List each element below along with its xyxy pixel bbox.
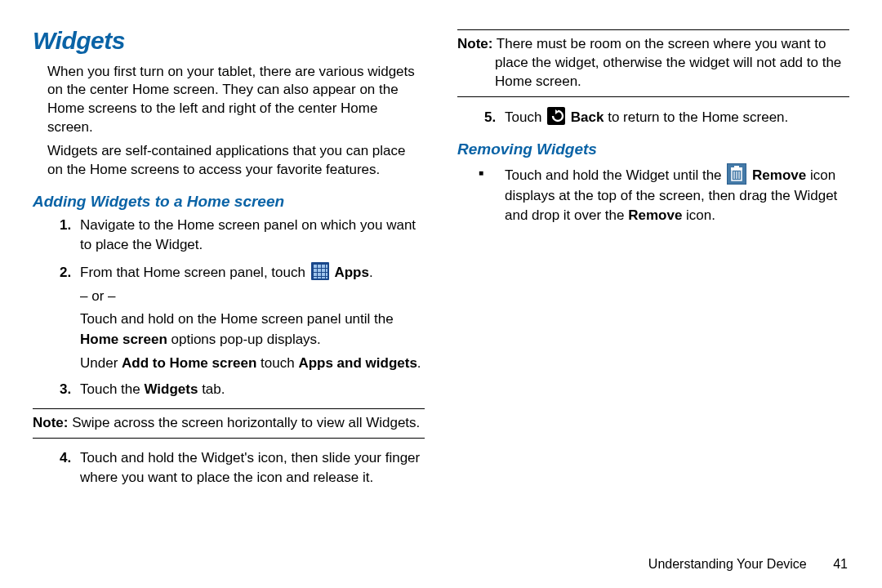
adding-steps-list-5: Touch Back to return to the Home screen. <box>472 107 849 128</box>
heading-widgets: Widgets <box>33 24 425 58</box>
removing-bullet: Touch and hold the Widget until the Remo… <box>500 163 849 226</box>
svg-rect-4 <box>731 167 742 170</box>
remove-label-1: Remove <box>752 167 806 183</box>
note-label: Note: <box>33 415 68 430</box>
step-2-alt: Touch and hold on the Home screen panel … <box>80 310 425 350</box>
add-to-home-bold: Add to Home screen <box>122 355 256 371</box>
back-icon <box>547 107 565 125</box>
note-swipe-text: Swipe across the screen horizontally to … <box>68 415 420 430</box>
step-2-under-b: touch <box>256 355 298 371</box>
note-label-2: Note: <box>457 36 492 51</box>
footer-page-number: 41 <box>833 557 848 571</box>
step-2-under-a: Under <box>80 355 122 371</box>
widgets-tab-bold: Widgets <box>144 381 198 397</box>
step-2-lead: From that Home screen panel, touch <box>80 265 310 280</box>
apps-label: Apps <box>334 265 369 280</box>
step-3-c: tab. <box>198 381 225 397</box>
removing-bullet-list: Touch and hold the Widget until the Remo… <box>472 163 849 226</box>
right-column: Note: There must be room on the screen w… <box>457 24 849 555</box>
adding-steps-list: Navigate to the Home screen panel on whi… <box>47 216 425 400</box>
step-3: Touch the Widgets tab. <box>75 380 425 400</box>
svg-rect-5 <box>734 166 739 167</box>
note-swipe: Note: Swipe across the screen horizontal… <box>33 408 425 439</box>
heading-removing-widgets: Removing Widgets <box>457 139 849 160</box>
removing-a: Touch and hold the Widget until the <box>505 167 725 183</box>
note-room-text: There must be room on the screen where y… <box>492 36 841 89</box>
step-2-dot: . <box>369 265 373 280</box>
page-body: Widgets When you first turn on your tabl… <box>0 0 882 555</box>
remove-label-2: Remove <box>628 207 682 223</box>
step-4: Touch and hold the Widget's icon, then s… <box>75 448 425 488</box>
step-2-under: Under Add to Home screen touch Apps and … <box>80 354 425 374</box>
step-5-a: Touch <box>505 109 546 125</box>
trash-icon <box>727 163 746 185</box>
step-5: Touch Back to return to the Home screen. <box>500 107 849 128</box>
page-footer: Understanding Your Device 41 <box>648 557 848 572</box>
step-2-alt-b: options pop-up displays. <box>167 332 321 347</box>
step-1-text: Navigate to the Home screen panel on whi… <box>80 217 416 253</box>
removing-c: icon. <box>682 207 715 223</box>
adding-steps-list-cont: Touch and hold the Widget's icon, then s… <box>47 448 425 488</box>
footer-section: Understanding Your Device <box>648 557 807 571</box>
step-3-a: Touch the <box>80 381 144 397</box>
heading-adding-widgets: Adding Widgets to a Home screen <box>33 191 425 212</box>
intro-para-2: Widgets are self-contained applications … <box>47 142 425 180</box>
step-1: Navigate to the Home screen panel on whi… <box>75 216 425 256</box>
apps-icon <box>311 262 329 280</box>
left-column: Widgets When you first turn on your tabl… <box>33 24 425 555</box>
intro-para-1: When you first turn on your tablet, ther… <box>47 63 425 138</box>
note-room: Note: There must be room on the screen w… <box>457 29 849 97</box>
step-2: From that Home screen panel, touch Apps.… <box>75 262 425 373</box>
step-2-or: – or – <box>80 287 425 307</box>
apps-and-widgets-bold: Apps and widgets <box>298 355 416 371</box>
step-2-alt-a: Touch and hold on the Home screen panel … <box>80 311 394 327</box>
step-5-c: to return to the Home screen. <box>604 109 788 125</box>
home-screen-bold: Home screen <box>80 332 167 347</box>
step-2-under-c: . <box>417 355 421 371</box>
step-4-text: Touch and hold the Widget's icon, then s… <box>80 450 420 486</box>
back-label: Back <box>571 109 604 125</box>
